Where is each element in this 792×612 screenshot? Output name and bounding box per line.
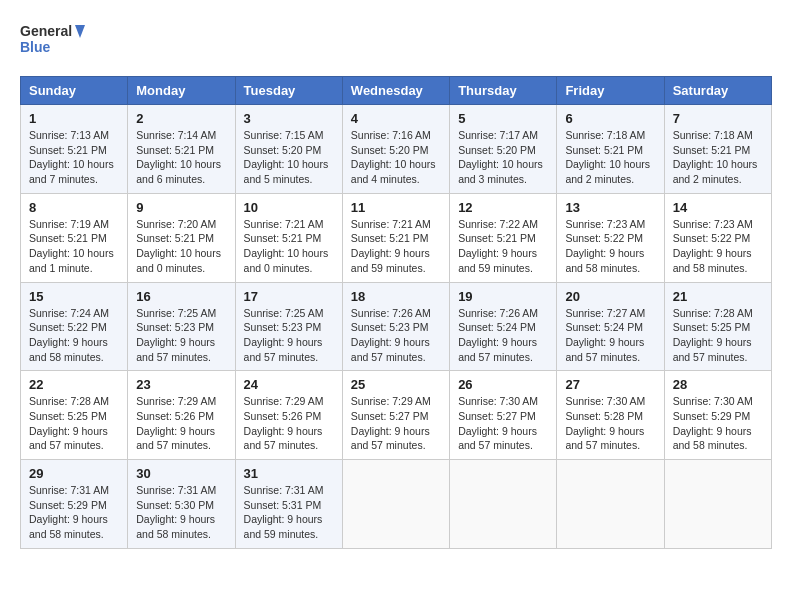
day-number: 2 bbox=[136, 111, 226, 126]
day-number: 30 bbox=[136, 466, 226, 481]
day-info: Sunrise: 7:21 AM Sunset: 5:21 PM Dayligh… bbox=[351, 217, 441, 276]
day-info: Sunrise: 7:14 AM Sunset: 5:21 PM Dayligh… bbox=[136, 128, 226, 187]
calendar-week-row: 15Sunrise: 7:24 AM Sunset: 5:22 PM Dayli… bbox=[21, 282, 772, 371]
day-number: 21 bbox=[673, 289, 763, 304]
calendar-day-cell: 31Sunrise: 7:31 AM Sunset: 5:31 PM Dayli… bbox=[235, 460, 342, 549]
day-info: Sunrise: 7:18 AM Sunset: 5:21 PM Dayligh… bbox=[673, 128, 763, 187]
day-number: 9 bbox=[136, 200, 226, 215]
calendar-day-header: Thursday bbox=[450, 77, 557, 105]
day-info: Sunrise: 7:28 AM Sunset: 5:25 PM Dayligh… bbox=[673, 306, 763, 365]
day-info: Sunrise: 7:21 AM Sunset: 5:21 PM Dayligh… bbox=[244, 217, 334, 276]
day-info: Sunrise: 7:30 AM Sunset: 5:29 PM Dayligh… bbox=[673, 394, 763, 453]
calendar-day-cell: 8Sunrise: 7:19 AM Sunset: 5:21 PM Daylig… bbox=[21, 193, 128, 282]
empty-cell bbox=[557, 460, 664, 549]
day-number: 22 bbox=[29, 377, 119, 392]
calendar-day-cell: 10Sunrise: 7:21 AM Sunset: 5:21 PM Dayli… bbox=[235, 193, 342, 282]
day-info: Sunrise: 7:30 AM Sunset: 5:28 PM Dayligh… bbox=[565, 394, 655, 453]
day-info: Sunrise: 7:20 AM Sunset: 5:21 PM Dayligh… bbox=[136, 217, 226, 276]
day-number: 15 bbox=[29, 289, 119, 304]
day-number: 1 bbox=[29, 111, 119, 126]
calendar-day-cell: 22Sunrise: 7:28 AM Sunset: 5:25 PM Dayli… bbox=[21, 371, 128, 460]
day-info: Sunrise: 7:25 AM Sunset: 5:23 PM Dayligh… bbox=[244, 306, 334, 365]
day-number: 13 bbox=[565, 200, 655, 215]
day-number: 8 bbox=[29, 200, 119, 215]
day-info: Sunrise: 7:23 AM Sunset: 5:22 PM Dayligh… bbox=[673, 217, 763, 276]
calendar-week-row: 29Sunrise: 7:31 AM Sunset: 5:29 PM Dayli… bbox=[21, 460, 772, 549]
calendar-day-header: Saturday bbox=[664, 77, 771, 105]
calendar-day-cell: 3Sunrise: 7:15 AM Sunset: 5:20 PM Daylig… bbox=[235, 105, 342, 194]
day-number: 4 bbox=[351, 111, 441, 126]
day-number: 28 bbox=[673, 377, 763, 392]
calendar-day-cell: 27Sunrise: 7:30 AM Sunset: 5:28 PM Dayli… bbox=[557, 371, 664, 460]
day-info: Sunrise: 7:26 AM Sunset: 5:24 PM Dayligh… bbox=[458, 306, 548, 365]
day-number: 7 bbox=[673, 111, 763, 126]
day-info: Sunrise: 7:24 AM Sunset: 5:22 PM Dayligh… bbox=[29, 306, 119, 365]
svg-marker-2 bbox=[75, 25, 85, 38]
day-info: Sunrise: 7:15 AM Sunset: 5:20 PM Dayligh… bbox=[244, 128, 334, 187]
day-number: 23 bbox=[136, 377, 226, 392]
day-info: Sunrise: 7:17 AM Sunset: 5:20 PM Dayligh… bbox=[458, 128, 548, 187]
calendar-day-cell: 17Sunrise: 7:25 AM Sunset: 5:23 PM Dayli… bbox=[235, 282, 342, 371]
calendar-day-cell: 18Sunrise: 7:26 AM Sunset: 5:23 PM Dayli… bbox=[342, 282, 449, 371]
calendar-day-cell: 29Sunrise: 7:31 AM Sunset: 5:29 PM Dayli… bbox=[21, 460, 128, 549]
day-number: 24 bbox=[244, 377, 334, 392]
calendar: SundayMondayTuesdayWednesdayThursdayFrid… bbox=[20, 76, 772, 549]
calendar-day-cell: 20Sunrise: 7:27 AM Sunset: 5:24 PM Dayli… bbox=[557, 282, 664, 371]
day-number: 16 bbox=[136, 289, 226, 304]
day-info: Sunrise: 7:31 AM Sunset: 5:30 PM Dayligh… bbox=[136, 483, 226, 542]
day-info: Sunrise: 7:16 AM Sunset: 5:20 PM Dayligh… bbox=[351, 128, 441, 187]
day-number: 25 bbox=[351, 377, 441, 392]
calendar-day-cell: 28Sunrise: 7:30 AM Sunset: 5:29 PM Dayli… bbox=[664, 371, 771, 460]
calendar-day-cell: 1Sunrise: 7:13 AM Sunset: 5:21 PM Daylig… bbox=[21, 105, 128, 194]
day-info: Sunrise: 7:29 AM Sunset: 5:26 PM Dayligh… bbox=[136, 394, 226, 453]
calendar-day-header: Tuesday bbox=[235, 77, 342, 105]
calendar-day-cell: 5Sunrise: 7:17 AM Sunset: 5:20 PM Daylig… bbox=[450, 105, 557, 194]
calendar-day-cell: 16Sunrise: 7:25 AM Sunset: 5:23 PM Dayli… bbox=[128, 282, 235, 371]
calendar-day-header: Wednesday bbox=[342, 77, 449, 105]
day-number: 11 bbox=[351, 200, 441, 215]
day-number: 29 bbox=[29, 466, 119, 481]
svg-text:Blue: Blue bbox=[20, 39, 51, 55]
calendar-day-cell: 23Sunrise: 7:29 AM Sunset: 5:26 PM Dayli… bbox=[128, 371, 235, 460]
logo: General Blue bbox=[20, 20, 90, 60]
empty-cell bbox=[450, 460, 557, 549]
day-number: 5 bbox=[458, 111, 548, 126]
calendar-day-cell: 21Sunrise: 7:28 AM Sunset: 5:25 PM Dayli… bbox=[664, 282, 771, 371]
day-number: 18 bbox=[351, 289, 441, 304]
day-info: Sunrise: 7:28 AM Sunset: 5:25 PM Dayligh… bbox=[29, 394, 119, 453]
day-number: 3 bbox=[244, 111, 334, 126]
empty-cell bbox=[342, 460, 449, 549]
day-number: 6 bbox=[565, 111, 655, 126]
calendar-day-cell: 4Sunrise: 7:16 AM Sunset: 5:20 PM Daylig… bbox=[342, 105, 449, 194]
calendar-day-header: Friday bbox=[557, 77, 664, 105]
day-info: Sunrise: 7:31 AM Sunset: 5:29 PM Dayligh… bbox=[29, 483, 119, 542]
day-info: Sunrise: 7:19 AM Sunset: 5:21 PM Dayligh… bbox=[29, 217, 119, 276]
day-info: Sunrise: 7:29 AM Sunset: 5:26 PM Dayligh… bbox=[244, 394, 334, 453]
day-number: 14 bbox=[673, 200, 763, 215]
day-info: Sunrise: 7:30 AM Sunset: 5:27 PM Dayligh… bbox=[458, 394, 548, 453]
day-info: Sunrise: 7:13 AM Sunset: 5:21 PM Dayligh… bbox=[29, 128, 119, 187]
calendar-day-cell: 19Sunrise: 7:26 AM Sunset: 5:24 PM Dayli… bbox=[450, 282, 557, 371]
day-info: Sunrise: 7:22 AM Sunset: 5:21 PM Dayligh… bbox=[458, 217, 548, 276]
calendar-day-cell: 12Sunrise: 7:22 AM Sunset: 5:21 PM Dayli… bbox=[450, 193, 557, 282]
calendar-day-cell: 9Sunrise: 7:20 AM Sunset: 5:21 PM Daylig… bbox=[128, 193, 235, 282]
day-info: Sunrise: 7:29 AM Sunset: 5:27 PM Dayligh… bbox=[351, 394, 441, 453]
day-number: 12 bbox=[458, 200, 548, 215]
day-number: 19 bbox=[458, 289, 548, 304]
calendar-header: SundayMondayTuesdayWednesdayThursdayFrid… bbox=[21, 77, 772, 105]
calendar-week-row: 1Sunrise: 7:13 AM Sunset: 5:21 PM Daylig… bbox=[21, 105, 772, 194]
day-info: Sunrise: 7:25 AM Sunset: 5:23 PM Dayligh… bbox=[136, 306, 226, 365]
calendar-day-cell: 14Sunrise: 7:23 AM Sunset: 5:22 PM Dayli… bbox=[664, 193, 771, 282]
day-info: Sunrise: 7:23 AM Sunset: 5:22 PM Dayligh… bbox=[565, 217, 655, 276]
header: General Blue bbox=[20, 20, 772, 60]
svg-text:General: General bbox=[20, 23, 72, 39]
day-number: 27 bbox=[565, 377, 655, 392]
calendar-day-header: Sunday bbox=[21, 77, 128, 105]
calendar-day-cell: 25Sunrise: 7:29 AM Sunset: 5:27 PM Dayli… bbox=[342, 371, 449, 460]
calendar-day-cell: 11Sunrise: 7:21 AM Sunset: 5:21 PM Dayli… bbox=[342, 193, 449, 282]
day-number: 10 bbox=[244, 200, 334, 215]
calendar-day-cell: 13Sunrise: 7:23 AM Sunset: 5:22 PM Dayli… bbox=[557, 193, 664, 282]
calendar-day-cell: 7Sunrise: 7:18 AM Sunset: 5:21 PM Daylig… bbox=[664, 105, 771, 194]
day-number: 20 bbox=[565, 289, 655, 304]
calendar-day-cell: 30Sunrise: 7:31 AM Sunset: 5:30 PM Dayli… bbox=[128, 460, 235, 549]
